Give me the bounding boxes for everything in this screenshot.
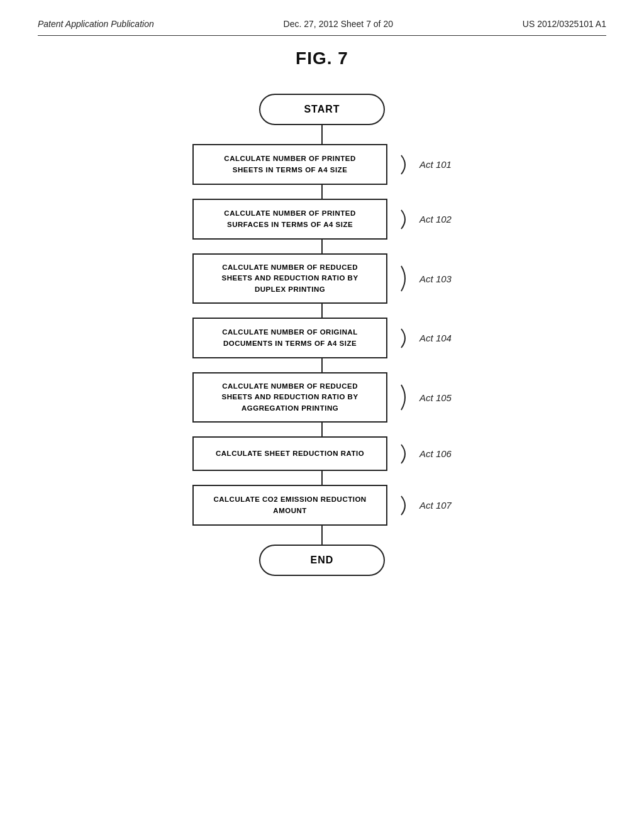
process-act106: CALCULATE SHEET REDUCTION RATIO — [192, 436, 387, 471]
start-shape: START — [259, 94, 385, 125]
row-act107: CALCULATE CO2 EMISSION REDUCTIONAMOUNT A… — [192, 485, 452, 526]
act103-bracket: Act 103 — [392, 258, 452, 299]
start-label: START — [304, 104, 340, 115]
row-act106: CALCULATE SHEET REDUCTION RATIO Act 106 — [192, 436, 452, 471]
page: Patent Application Publication Dec. 27, … — [0, 0, 644, 830]
row-act104: CALCULATE NUMBER OF ORIGINALDOCUMENTS IN… — [192, 318, 452, 358]
act105-bracket: Act 105 — [392, 377, 452, 418]
connector-2 — [321, 240, 323, 253]
process-act107-text: CALCULATE CO2 EMISSION REDUCTIONAMOUNT — [213, 494, 366, 516]
connector-3 — [321, 304, 323, 318]
process-act106-text: CALCULATE SHEET REDUCTION RATIO — [216, 448, 364, 459]
connector-6 — [321, 471, 323, 485]
bracket-svg-107 — [392, 490, 410, 521]
process-act104: CALCULATE NUMBER OF ORIGINALDOCUMENTS IN… — [192, 318, 387, 358]
act106-label: Act 106 — [419, 448, 452, 459]
process-act104-text: CALCULATE NUMBER OF ORIGINALDOCUMENTS IN… — [222, 327, 358, 349]
process-act103: CALCULATE NUMBER OF REDUCEDSHEETS AND RE… — [192, 253, 387, 304]
flowchart: START CALCULATE NUMBER OF PRINTEDSHEETS … — [38, 94, 606, 576]
act105-label: Act 105 — [419, 392, 452, 403]
bracket-svg-105 — [392, 377, 410, 418]
act101-bracket: Act 101 — [392, 149, 452, 180]
connector-1 — [321, 185, 323, 199]
process-act107: CALCULATE CO2 EMISSION REDUCTIONAMOUNT — [192, 485, 387, 526]
end-label: END — [311, 555, 334, 566]
connector-5 — [321, 423, 323, 436]
act107-label: Act 107 — [419, 500, 452, 511]
act104-bracket: Act 104 — [392, 323, 452, 354]
process-act102-text: CALCULATE NUMBER OF PRINTEDSURFACES IN T… — [224, 208, 355, 230]
header-publication-label: Patent Application Publication — [38, 19, 154, 29]
act106-bracket: Act 106 — [392, 438, 452, 470]
act103-label: Act 103 — [419, 274, 452, 284]
connector-0 — [321, 125, 323, 144]
header-date-sheet: Dec. 27, 2012 Sheet 7 of 20 — [284, 19, 393, 29]
row-act102: CALCULATE NUMBER OF PRINTEDSURFACES IN T… — [192, 199, 452, 240]
process-act101: CALCULATE NUMBER OF PRINTEDSHEETS IN TER… — [192, 144, 387, 185]
header-patent-number: US 2012/0325101 A1 — [523, 19, 606, 29]
page-header: Patent Application Publication Dec. 27, … — [38, 19, 606, 36]
figure-title: FIG. 7 — [38, 48, 606, 69]
act101-label: Act 101 — [419, 159, 452, 170]
connector-7 — [321, 526, 323, 545]
bracket-svg-104 — [392, 323, 410, 354]
act102-label: Act 102 — [419, 214, 452, 224]
bracket-svg-106 — [392, 438, 410, 470]
process-act103-text: CALCULATE NUMBER OF REDUCEDSHEETS AND RE… — [222, 262, 358, 295]
bracket-svg-103 — [392, 258, 410, 299]
bracket-svg-101 — [392, 149, 410, 180]
row-act103: CALCULATE NUMBER OF REDUCEDSHEETS AND RE… — [192, 253, 452, 304]
act107-bracket: Act 107 — [392, 490, 452, 521]
bracket-svg-102 — [392, 204, 410, 235]
process-act105-text: CALCULATE NUMBER OF REDUCEDSHEETS AND RE… — [222, 381, 358, 414]
row-act105: CALCULATE NUMBER OF REDUCEDSHEETS AND RE… — [192, 372, 452, 423]
end-shape: END — [259, 545, 385, 576]
process-act105: CALCULATE NUMBER OF REDUCEDSHEETS AND RE… — [192, 372, 387, 423]
act102-bracket: Act 102 — [392, 204, 452, 235]
row-act101: CALCULATE NUMBER OF PRINTEDSHEETS IN TER… — [192, 144, 452, 185]
act104-label: Act 104 — [419, 333, 452, 343]
process-act102: CALCULATE NUMBER OF PRINTEDSURFACES IN T… — [192, 199, 387, 240]
process-act101-text: CALCULATE NUMBER OF PRINTEDSHEETS IN TER… — [224, 153, 355, 175]
connector-4 — [321, 358, 323, 372]
